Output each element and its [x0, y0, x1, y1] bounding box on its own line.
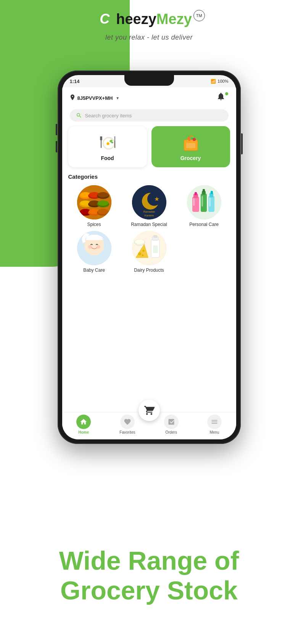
svg-point-25 — [98, 192, 108, 197]
orders-icon-bg — [164, 415, 179, 429]
logo-text: heezyMezy — [116, 11, 192, 27]
ramadan-label: Ramadan Special — [131, 222, 167, 227]
headline-line2: Grocery Stock — [60, 576, 238, 605]
svg-rect-61 — [132, 231, 166, 265]
personal-care-circle — [187, 185, 221, 219]
svg-rect-18 — [186, 143, 195, 148]
svg-rect-50 — [203, 189, 205, 192]
categories-grid: Spices — [68, 185, 230, 273]
menu-icon — [211, 418, 218, 426]
notification-dot — [225, 92, 228, 95]
nav-menu[interactable]: Menu — [207, 415, 222, 434]
status-time: 1:14 — [70, 78, 80, 84]
home-icon — [80, 418, 87, 426]
categories-section: Categories — [62, 173, 236, 273]
phone-wrapper: 1:14 📶 100% 8J5PVVPX+MH ▼ — [58, 70, 241, 444]
cart-fab[interactable] — [139, 400, 160, 421]
spices-circle — [77, 185, 111, 219]
nav-home[interactable]: Home — [76, 415, 91, 434]
location-pin-icon — [70, 95, 75, 101]
bottom-headline: Wide Range of Grocery Stock — [0, 507, 298, 644]
search-bar[interactable]: Search grocery items — [70, 109, 229, 122]
dairy-circle — [132, 231, 166, 265]
tagline: let you relax - let us deliver — [105, 34, 193, 42]
logo-letter: C — [100, 11, 110, 27]
home-label: Home — [78, 430, 89, 434]
svg-rect-56 — [209, 197, 211, 207]
svg-rect-54 — [193, 198, 195, 206]
svg-point-66 — [138, 252, 141, 255]
svg-point-6 — [106, 143, 109, 145]
bell-svg — [216, 92, 226, 101]
food-tab[interactable]: Food — [68, 126, 147, 167]
category-dairy[interactable]: Dairy Products — [123, 231, 175, 273]
signal-icon: 📶 — [211, 79, 216, 84]
notification-bell[interactable] — [216, 92, 229, 104]
grocery-icon — [181, 132, 201, 152]
category-personal-care[interactable]: Personal Care — [178, 185, 230, 227]
svg-point-14 — [190, 137, 192, 139]
header: C heezyMezy TM let you relax - let us de… — [0, 8, 298, 42]
menu-icon-bg — [207, 415, 222, 429]
category-ramadan[interactable]: Ramadan Kareem Ramadan Special — [123, 185, 175, 227]
svg-text:Ramadan: Ramadan — [143, 210, 155, 213]
svg-point-60 — [97, 245, 100, 249]
top-bar: 8J5PVVPX+MH ▼ — [62, 87, 236, 107]
svg-rect-55 — [201, 196, 203, 207]
menu-label: Menu — [209, 430, 219, 434]
logo-area: C heezyMezy TM — [93, 8, 205, 30]
svg-point-31 — [98, 200, 108, 206]
grocery-svg — [181, 132, 201, 152]
spices-label: Spices — [87, 222, 101, 227]
brand-name-part3: ezy — [169, 11, 192, 27]
baby-care-label: Baby Care — [83, 268, 105, 273]
headline-text: Wide Range of Grocery Stock — [44, 546, 255, 605]
power-button — [241, 133, 243, 154]
svg-point-71 — [135, 239, 144, 244]
volume-up-button — [56, 124, 57, 135]
baby-care-circle — [77, 231, 111, 265]
location-arrow-icon[interactable]: ▼ — [116, 96, 119, 100]
orders-label: Orders — [165, 430, 177, 434]
status-icons: 📶 100% — [211, 79, 228, 84]
brand-name-part2: M — [156, 11, 169, 27]
category-baby-care[interactable]: Baby Care — [68, 231, 120, 273]
personal-care-label: Personal Care — [189, 222, 219, 227]
favorites-icon-bg — [120, 415, 135, 429]
heart-icon — [124, 418, 131, 426]
tm-badge: TM — [193, 10, 205, 21]
logo-circle: C — [93, 8, 116, 30]
dairy-label: Dairy Products — [134, 268, 164, 273]
svg-point-37 — [98, 209, 108, 214]
location-text: 8J5PVVPX+MH — [77, 95, 113, 101]
location-area[interactable]: 8J5PVVPX+MH ▼ — [70, 95, 120, 101]
grocery-tab[interactable]: Grocery — [151, 126, 230, 167]
category-spices[interactable]: Spices — [68, 185, 120, 227]
personal-care-svg — [187, 185, 221, 219]
food-svg — [98, 133, 117, 152]
svg-rect-69 — [153, 245, 158, 253]
baby-care-svg — [77, 231, 111, 265]
volume-down-button — [56, 141, 57, 152]
ramadan-svg: Ramadan Kareem — [132, 185, 166, 219]
spices-svg — [77, 185, 111, 219]
categories-title: Categories — [68, 173, 230, 180]
phone-screen: 1:14 📶 100% 8J5PVVPX+MH ▼ — [62, 75, 236, 439]
svg-rect-64 — [153, 235, 157, 238]
nav-favorites[interactable]: Favorites — [119, 415, 135, 434]
dairy-svg — [132, 231, 166, 265]
svg-rect-47 — [195, 192, 197, 195]
nav-orders[interactable]: Orders — [164, 415, 179, 434]
orders-icon — [168, 418, 175, 426]
food-tab-label: Food — [101, 155, 114, 161]
notch — [124, 75, 174, 86]
app-content: 8J5PVVPX+MH ▼ Search grocery — [62, 87, 236, 439]
brand-name-part1: heezy — [116, 11, 156, 27]
food-icon — [98, 132, 118, 152]
svg-point-16 — [193, 138, 196, 141]
ramadan-circle: Ramadan Kareem — [132, 185, 166, 219]
search-placeholder: Search grocery items — [85, 113, 132, 119]
favorites-label: Favorites — [119, 430, 135, 434]
svg-point-15 — [192, 136, 194, 138]
svg-point-40 — [147, 192, 161, 206]
